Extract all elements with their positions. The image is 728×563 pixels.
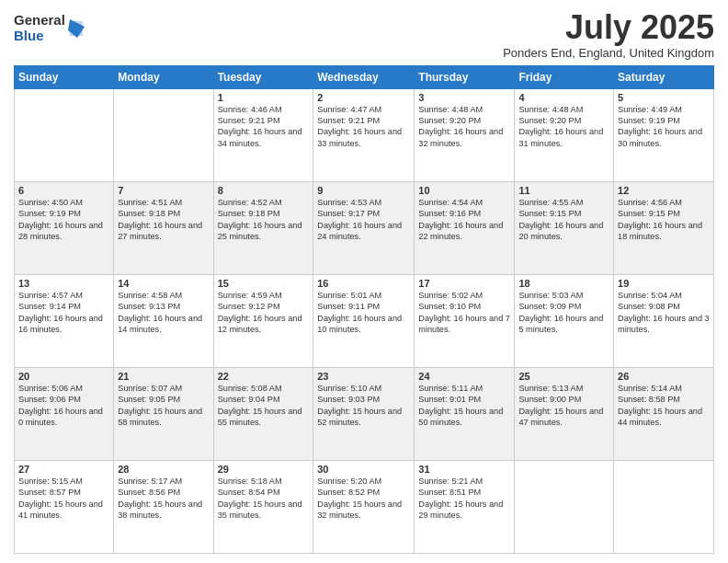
day-info: Sunrise: 4:53 AM Sunset: 9:17 PM Dayligh… (317, 197, 410, 243)
day-number: 5 (618, 92, 710, 103)
day-number: 4 (518, 92, 609, 103)
day-info: Sunrise: 5:21 AM Sunset: 8:51 PM Dayligh… (418, 476, 510, 522)
day-info: Sunrise: 4:57 AM Sunset: 9:14 PM Dayligh… (18, 290, 109, 336)
day-info: Sunrise: 5:07 AM Sunset: 9:05 PM Dayligh… (118, 383, 209, 429)
day-number: 31 (418, 464, 510, 475)
table-row: 25Sunrise: 5:13 AM Sunset: 9:00 PM Dayli… (515, 367, 614, 460)
title-section: July 2025 Ponders End, England, United K… (503, 9, 714, 60)
table-row: 27Sunrise: 5:15 AM Sunset: 8:57 PM Dayli… (15, 460, 114, 553)
day-info: Sunrise: 5:06 AM Sunset: 9:06 PM Dayligh… (18, 383, 109, 429)
day-info: Sunrise: 5:04 AM Sunset: 9:08 PM Dayligh… (618, 290, 710, 336)
day-info: Sunrise: 4:54 AM Sunset: 9:16 PM Dayligh… (418, 197, 510, 243)
day-number: 28 (118, 464, 209, 475)
day-info: Sunrise: 5:03 AM Sunset: 9:09 PM Dayligh… (518, 290, 609, 336)
day-info: Sunrise: 5:11 AM Sunset: 9:01 PM Dayligh… (418, 383, 510, 429)
day-number: 30 (317, 464, 410, 475)
header: General Blue July 2025 Ponders End, Engl… (14, 9, 714, 60)
day-info: Sunrise: 5:10 AM Sunset: 9:03 PM Dayligh… (317, 383, 410, 429)
logo: General Blue (14, 13, 85, 43)
day-number: 13 (18, 278, 109, 289)
table-row: 24Sunrise: 5:11 AM Sunset: 9:01 PM Dayli… (415, 367, 515, 460)
day-number: 24 (418, 371, 510, 382)
day-number: 14 (118, 278, 209, 289)
table-row: 21Sunrise: 5:07 AM Sunset: 9:05 PM Dayli… (114, 367, 213, 460)
table-row: 31Sunrise: 5:21 AM Sunset: 8:51 PM Dayli… (415, 460, 515, 553)
day-number: 7 (118, 185, 209, 196)
day-info: Sunrise: 4:48 AM Sunset: 9:20 PM Dayligh… (418, 104, 510, 150)
day-number: 23 (317, 371, 410, 382)
table-row: 14Sunrise: 4:58 AM Sunset: 9:13 PM Dayli… (114, 274, 213, 367)
day-info: Sunrise: 5:08 AM Sunset: 9:04 PM Dayligh… (218, 383, 310, 429)
day-info: Sunrise: 5:20 AM Sunset: 8:52 PM Dayligh… (317, 476, 410, 522)
table-row: 22Sunrise: 5:08 AM Sunset: 9:04 PM Dayli… (213, 367, 313, 460)
day-info: Sunrise: 5:02 AM Sunset: 9:10 PM Dayligh… (418, 290, 510, 336)
table-row (15, 88, 114, 181)
table-row: 8Sunrise: 4:52 AM Sunset: 9:18 PM Daylig… (213, 181, 313, 274)
day-number: 27 (18, 464, 109, 475)
logo-blue: Blue (14, 29, 65, 44)
header-thursday: Thursday (415, 65, 515, 88)
day-info: Sunrise: 4:56 AM Sunset: 9:15 PM Dayligh… (618, 197, 710, 243)
table-row: 4Sunrise: 4:48 AM Sunset: 9:20 PM Daylig… (515, 88, 614, 181)
day-info: Sunrise: 4:46 AM Sunset: 9:21 PM Dayligh… (218, 104, 310, 150)
logo-text: General Blue (14, 13, 65, 43)
table-row: 30Sunrise: 5:20 AM Sunset: 8:52 PM Dayli… (313, 460, 415, 553)
day-number: 2 (317, 92, 410, 103)
day-number: 3 (418, 92, 510, 103)
day-info: Sunrise: 4:52 AM Sunset: 9:18 PM Dayligh… (218, 197, 310, 243)
day-number: 21 (118, 371, 209, 382)
day-number: 12 (618, 185, 710, 196)
day-number: 6 (18, 185, 109, 196)
day-info: Sunrise: 5:18 AM Sunset: 8:54 PM Dayligh… (218, 476, 310, 522)
day-info: Sunrise: 5:01 AM Sunset: 9:11 PM Dayligh… (317, 290, 410, 336)
day-number: 10 (418, 185, 510, 196)
day-number: 19 (618, 278, 710, 289)
day-info: Sunrise: 4:55 AM Sunset: 9:15 PM Dayligh… (518, 197, 609, 243)
logo-icon (68, 17, 85, 38)
table-row: 26Sunrise: 5:14 AM Sunset: 8:58 PM Dayli… (614, 367, 714, 460)
table-row: 16Sunrise: 5:01 AM Sunset: 9:11 PM Dayli… (313, 274, 415, 367)
header-saturday: Saturday (614, 65, 714, 88)
table-row: 3Sunrise: 4:48 AM Sunset: 9:20 PM Daylig… (415, 88, 515, 181)
table-row: 15Sunrise: 4:59 AM Sunset: 9:12 PM Dayli… (213, 274, 313, 367)
day-info: Sunrise: 5:15 AM Sunset: 8:57 PM Dayligh… (18, 476, 109, 522)
table-row: 20Sunrise: 5:06 AM Sunset: 9:06 PM Dayli… (15, 367, 114, 460)
calendar-week-row: 27Sunrise: 5:15 AM Sunset: 8:57 PM Dayli… (15, 460, 714, 553)
day-number: 26 (618, 371, 710, 382)
day-info: Sunrise: 4:50 AM Sunset: 9:19 PM Dayligh… (18, 197, 109, 243)
table-row: 23Sunrise: 5:10 AM Sunset: 9:03 PM Dayli… (313, 367, 415, 460)
table-row: 10Sunrise: 4:54 AM Sunset: 9:16 PM Dayli… (415, 181, 515, 274)
day-number: 25 (518, 371, 609, 382)
header-sunday: Sunday (15, 65, 114, 88)
month-title: July 2025 (503, 9, 714, 46)
header-tuesday: Tuesday (213, 65, 313, 88)
day-info: Sunrise: 4:49 AM Sunset: 9:19 PM Dayligh… (618, 104, 710, 150)
table-row: 28Sunrise: 5:17 AM Sunset: 8:56 PM Dayli… (114, 460, 213, 553)
table-row: 17Sunrise: 5:02 AM Sunset: 9:10 PM Dayli… (415, 274, 515, 367)
day-info: Sunrise: 4:51 AM Sunset: 9:18 PM Dayligh… (118, 197, 209, 243)
day-number: 16 (317, 278, 410, 289)
table-row: 12Sunrise: 4:56 AM Sunset: 9:15 PM Dayli… (614, 181, 714, 274)
day-number: 11 (518, 185, 609, 196)
table-row: 2Sunrise: 4:47 AM Sunset: 9:21 PM Daylig… (313, 88, 415, 181)
calendar-week-row: 20Sunrise: 5:06 AM Sunset: 9:06 PM Dayli… (15, 367, 714, 460)
day-number: 20 (18, 371, 109, 382)
day-info: Sunrise: 5:13 AM Sunset: 9:00 PM Dayligh… (518, 383, 609, 429)
day-number: 8 (218, 185, 310, 196)
day-number: 29 (218, 464, 310, 475)
table-row: 1Sunrise: 4:46 AM Sunset: 9:21 PM Daylig… (213, 88, 313, 181)
table-row: 7Sunrise: 4:51 AM Sunset: 9:18 PM Daylig… (114, 181, 213, 274)
logo-general: General (14, 13, 65, 29)
day-info: Sunrise: 5:17 AM Sunset: 8:56 PM Dayligh… (118, 476, 209, 522)
day-info: Sunrise: 4:47 AM Sunset: 9:21 PM Dayligh… (317, 104, 410, 150)
table-row: 29Sunrise: 5:18 AM Sunset: 8:54 PM Dayli… (213, 460, 313, 553)
day-number: 18 (518, 278, 609, 289)
table-row: 5Sunrise: 4:49 AM Sunset: 9:19 PM Daylig… (614, 88, 714, 181)
day-info: Sunrise: 4:48 AM Sunset: 9:20 PM Dayligh… (518, 104, 609, 150)
table-row (515, 460, 614, 553)
page: General Blue July 2025 Ponders End, Engl… (0, 0, 728, 563)
day-number: 15 (218, 278, 310, 289)
location: Ponders End, England, United Kingdom (503, 46, 714, 60)
header-friday: Friday (515, 65, 614, 88)
calendar-table: Sunday Monday Tuesday Wednesday Thursday… (14, 65, 714, 554)
